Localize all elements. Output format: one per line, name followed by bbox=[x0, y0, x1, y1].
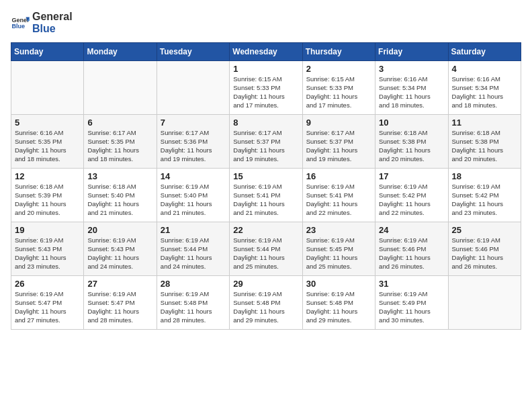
day-info: Sunrise: 6:19 AM Sunset: 5:47 PM Dayligh… bbox=[87, 290, 152, 324]
calendar-cell: 26Sunrise: 6:19 AM Sunset: 5:47 PM Dayli… bbox=[11, 276, 84, 330]
calendar-table: SundayMondayTuesdayWednesdayThursdayFrid… bbox=[11, 42, 521, 330]
day-number: 25 bbox=[452, 225, 517, 235]
day-info: Sunrise: 6:19 AM Sunset: 5:47 PM Dayligh… bbox=[15, 290, 80, 324]
day-number: 4 bbox=[452, 64, 517, 74]
day-info: Sunrise: 6:19 AM Sunset: 5:40 PM Dayligh… bbox=[161, 183, 226, 217]
day-info: Sunrise: 6:19 AM Sunset: 5:46 PM Dayligh… bbox=[452, 236, 517, 271]
calendar-cell: 4Sunrise: 6:16 AM Sunset: 5:34 PM Daylig… bbox=[448, 61, 521, 115]
day-info: Sunrise: 6:19 AM Sunset: 5:44 PM Dayligh… bbox=[233, 236, 298, 271]
day-info: Sunrise: 6:19 AM Sunset: 5:48 PM Dayligh… bbox=[161, 290, 226, 324]
calendar-cell: 23Sunrise: 6:19 AM Sunset: 5:45 PM Dayli… bbox=[302, 222, 375, 276]
day-number: 14 bbox=[161, 171, 226, 181]
day-info: Sunrise: 6:19 AM Sunset: 5:43 PM Dayligh… bbox=[15, 236, 80, 271]
day-header-saturday: Saturday bbox=[448, 43, 521, 61]
calendar-cell: 19Sunrise: 6:19 AM Sunset: 5:43 PM Dayli… bbox=[11, 222, 84, 276]
day-info: Sunrise: 6:18 AM Sunset: 5:38 PM Dayligh… bbox=[452, 129, 517, 163]
day-number: 16 bbox=[306, 171, 371, 181]
day-number: 23 bbox=[306, 225, 371, 235]
calendar-cell: 10Sunrise: 6:18 AM Sunset: 5:38 PM Dayli… bbox=[375, 115, 448, 169]
calendar-cell: 22Sunrise: 6:19 AM Sunset: 5:44 PM Dayli… bbox=[230, 222, 302, 276]
day-number: 8 bbox=[233, 118, 298, 128]
calendar-cell: 14Sunrise: 6:19 AM Sunset: 5:40 PM Dayli… bbox=[157, 169, 229, 222]
calendar-cell: 13Sunrise: 6:18 AM Sunset: 5:40 PM Dayli… bbox=[84, 169, 157, 222]
day-number: 20 bbox=[87, 225, 152, 235]
calendar-cell: 2Sunrise: 6:15 AM Sunset: 5:33 PM Daylig… bbox=[302, 61, 375, 115]
logo: General Blue General Blue bbox=[11, 11, 73, 34]
day-number: 27 bbox=[87, 279, 152, 289]
day-info: Sunrise: 6:19 AM Sunset: 5:41 PM Dayligh… bbox=[233, 183, 298, 217]
calendar-cell: 30Sunrise: 6:19 AM Sunset: 5:48 PM Dayli… bbox=[302, 276, 375, 330]
day-info: Sunrise: 6:17 AM Sunset: 5:36 PM Dayligh… bbox=[161, 129, 226, 163]
day-number: 29 bbox=[233, 279, 298, 289]
calendar-cell: 8Sunrise: 6:17 AM Sunset: 5:37 PM Daylig… bbox=[230, 115, 302, 169]
logo-general-text: General bbox=[32, 11, 73, 23]
day-number: 9 bbox=[306, 118, 371, 128]
calendar-cell: 27Sunrise: 6:19 AM Sunset: 5:47 PM Dayli… bbox=[84, 276, 157, 330]
calendar-cell bbox=[11, 61, 84, 115]
day-number: 31 bbox=[379, 279, 444, 289]
day-number: 28 bbox=[161, 279, 226, 289]
day-number: 5 bbox=[15, 118, 80, 128]
day-header-monday: Monday bbox=[84, 43, 157, 61]
logo-icon: General Blue bbox=[11, 13, 30, 32]
day-number: 1 bbox=[233, 64, 298, 74]
day-number: 17 bbox=[379, 171, 444, 181]
svg-text:Blue: Blue bbox=[11, 23, 25, 30]
day-header-thursday: Thursday bbox=[302, 43, 375, 61]
calendar-cell: 7Sunrise: 6:17 AM Sunset: 5:36 PM Daylig… bbox=[157, 115, 229, 169]
calendar-cell: 3Sunrise: 6:16 AM Sunset: 5:34 PM Daylig… bbox=[375, 61, 448, 115]
day-header-wednesday: Wednesday bbox=[230, 43, 302, 61]
day-number: 21 bbox=[161, 225, 226, 235]
day-info: Sunrise: 6:17 AM Sunset: 5:35 PM Dayligh… bbox=[87, 129, 152, 163]
day-info: Sunrise: 6:18 AM Sunset: 5:40 PM Dayligh… bbox=[87, 183, 152, 217]
calendar-cell: 15Sunrise: 6:19 AM Sunset: 5:41 PM Dayli… bbox=[230, 169, 302, 222]
day-info: Sunrise: 6:19 AM Sunset: 5:46 PM Dayligh… bbox=[379, 236, 444, 271]
day-number: 26 bbox=[15, 279, 80, 289]
day-header-friday: Friday bbox=[375, 43, 448, 61]
day-number: 22 bbox=[233, 225, 298, 235]
calendar-cell: 29Sunrise: 6:19 AM Sunset: 5:48 PM Dayli… bbox=[230, 276, 302, 330]
day-number: 7 bbox=[161, 118, 226, 128]
day-number: 30 bbox=[306, 279, 371, 289]
day-number: 11 bbox=[452, 118, 517, 128]
day-number: 13 bbox=[87, 171, 152, 181]
calendar-cell: 31Sunrise: 6:19 AM Sunset: 5:49 PM Dayli… bbox=[375, 276, 448, 330]
day-info: Sunrise: 6:15 AM Sunset: 5:33 PM Dayligh… bbox=[233, 75, 298, 109]
calendar-cell: 28Sunrise: 6:19 AM Sunset: 5:48 PM Dayli… bbox=[157, 276, 229, 330]
day-info: Sunrise: 6:17 AM Sunset: 5:37 PM Dayligh… bbox=[306, 129, 371, 163]
day-info: Sunrise: 6:19 AM Sunset: 5:41 PM Dayligh… bbox=[306, 183, 371, 217]
calendar-cell: 25Sunrise: 6:19 AM Sunset: 5:46 PM Dayli… bbox=[448, 222, 521, 276]
day-info: Sunrise: 6:19 AM Sunset: 5:44 PM Dayligh… bbox=[161, 236, 226, 271]
day-info: Sunrise: 6:19 AM Sunset: 5:43 PM Dayligh… bbox=[87, 236, 152, 271]
day-info: Sunrise: 6:18 AM Sunset: 5:38 PM Dayligh… bbox=[379, 129, 444, 163]
day-info: Sunrise: 6:19 AM Sunset: 5:49 PM Dayligh… bbox=[379, 290, 444, 324]
calendar-cell: 18Sunrise: 6:19 AM Sunset: 5:42 PM Dayli… bbox=[448, 169, 521, 222]
day-info: Sunrise: 6:18 AM Sunset: 5:39 PM Dayligh… bbox=[15, 183, 80, 217]
calendar-cell: 20Sunrise: 6:19 AM Sunset: 5:43 PM Dayli… bbox=[84, 222, 157, 276]
day-info: Sunrise: 6:19 AM Sunset: 5:45 PM Dayligh… bbox=[306, 236, 371, 271]
logo-blue-text: Blue bbox=[32, 23, 73, 35]
calendar-cell: 21Sunrise: 6:19 AM Sunset: 5:44 PM Dayli… bbox=[157, 222, 229, 276]
day-header-sunday: Sunday bbox=[11, 43, 84, 61]
day-number: 12 bbox=[15, 171, 80, 181]
day-info: Sunrise: 6:19 AM Sunset: 5:42 PM Dayligh… bbox=[452, 183, 517, 217]
calendar-cell: 6Sunrise: 6:17 AM Sunset: 5:35 PM Daylig… bbox=[84, 115, 157, 169]
page-header: General Blue General Blue bbox=[11, 11, 521, 34]
calendar-cell bbox=[84, 61, 157, 115]
day-info: Sunrise: 6:19 AM Sunset: 5:42 PM Dayligh… bbox=[379, 183, 444, 217]
calendar-cell bbox=[157, 61, 229, 115]
day-number: 6 bbox=[87, 118, 152, 128]
day-info: Sunrise: 6:19 AM Sunset: 5:48 PM Dayligh… bbox=[233, 290, 298, 324]
day-number: 18 bbox=[452, 171, 517, 181]
calendar-cell: 24Sunrise: 6:19 AM Sunset: 5:46 PM Dayli… bbox=[375, 222, 448, 276]
calendar-cell: 16Sunrise: 6:19 AM Sunset: 5:41 PM Dayli… bbox=[302, 169, 375, 222]
calendar-cell: 1Sunrise: 6:15 AM Sunset: 5:33 PM Daylig… bbox=[230, 61, 302, 115]
day-info: Sunrise: 6:16 AM Sunset: 5:34 PM Dayligh… bbox=[452, 75, 517, 109]
day-info: Sunrise: 6:16 AM Sunset: 5:34 PM Dayligh… bbox=[379, 75, 444, 109]
calendar-cell: 5Sunrise: 6:16 AM Sunset: 5:35 PM Daylig… bbox=[11, 115, 84, 169]
day-info: Sunrise: 6:19 AM Sunset: 5:48 PM Dayligh… bbox=[306, 290, 371, 324]
calendar-cell: 9Sunrise: 6:17 AM Sunset: 5:37 PM Daylig… bbox=[302, 115, 375, 169]
day-number: 3 bbox=[379, 64, 444, 74]
day-number: 24 bbox=[379, 225, 444, 235]
calendar-cell: 12Sunrise: 6:18 AM Sunset: 5:39 PM Dayli… bbox=[11, 169, 84, 222]
